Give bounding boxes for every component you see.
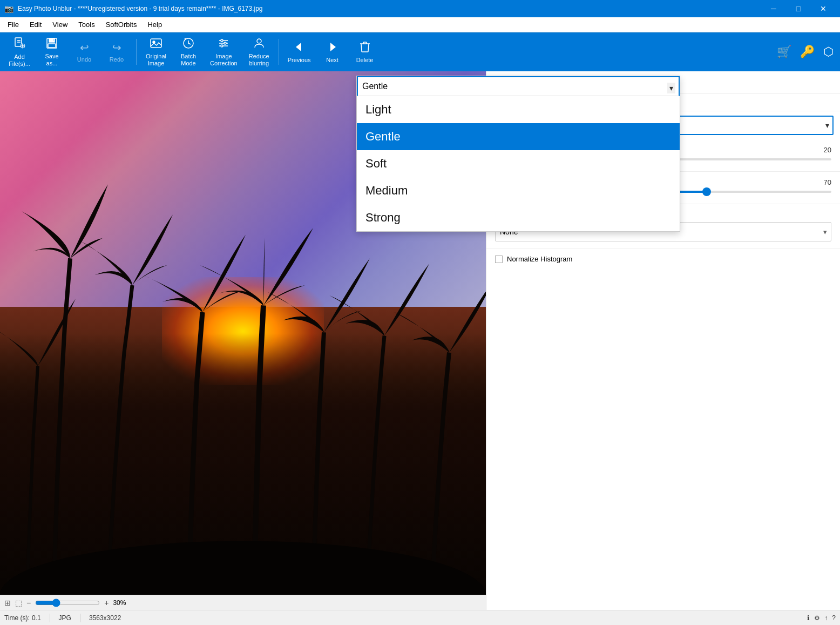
dropdown-popup-header: ▾: [357, 76, 680, 96]
delete-button[interactable]: Delete: [350, 35, 380, 69]
svg-point-18: [221, 45, 223, 47]
cart-icon[interactable]: 🛒: [775, 43, 794, 61]
app-icon: 📷: [4, 4, 13, 13]
format-value: JPG: [59, 614, 71, 622]
svg-point-19: [257, 39, 261, 43]
zoom-plus-icon[interactable]: +: [104, 599, 109, 607]
add-icon: [13, 36, 26, 51]
close-button[interactable]: ✕: [811, 0, 836, 17]
status-divider-1: [50, 614, 50, 622]
zoom-fit-icon[interactable]: ⊞: [4, 599, 11, 607]
status-info-icon[interactable]: ℹ: [807, 614, 810, 622]
normalize-histogram-checkbox[interactable]: [495, 256, 503, 263]
preprocessing-value: 20: [824, 146, 831, 154]
status-help-icon[interactable]: ?: [832, 614, 836, 622]
undo-icon: ↩: [80, 41, 89, 54]
next-button[interactable]: Next: [317, 35, 348, 69]
toolbar-divider-2: [279, 39, 279, 65]
menu-file[interactable]: File: [2, 18, 24, 31]
previous-label: Previous: [288, 57, 311, 63]
delete-label: Delete: [356, 57, 374, 63]
delete-icon: [358, 41, 371, 55]
zoom-slider-container: [35, 599, 100, 607]
add-file-button[interactable]: Add File(s)...: [4, 35, 35, 69]
dropdown-item-soft[interactable]: Soft: [357, 150, 680, 177]
image-correction-icon: [217, 37, 230, 51]
dropdown-search-input[interactable]: [357, 76, 680, 96]
search-key-icon[interactable]: 🔑: [798, 43, 817, 61]
window-title: Easy Photo Unblur - ****Unregistered ver…: [18, 5, 263, 12]
zoom-slider[interactable]: [35, 599, 100, 607]
toolbar-divider-1: [136, 39, 137, 65]
save-as-label: Save as...: [45, 53, 58, 67]
menu-tools[interactable]: Tools: [73, 18, 100, 31]
status-settings-icon[interactable]: ⚙: [814, 614, 820, 622]
time-value: 0.1: [32, 614, 41, 622]
dropdown-list: Light Gentle Soft Medium Strong: [357, 96, 680, 231]
svg-point-17: [224, 42, 226, 44]
menu-softorbits[interactable]: SoftOrbits: [100, 18, 143, 31]
dropdown-item-light[interactable]: Light: [357, 96, 680, 123]
redo-button[interactable]: ↪ Redo: [101, 35, 132, 69]
zoom-minus-icon[interactable]: −: [26, 599, 31, 607]
zoom-level-label: 30%: [113, 599, 126, 607]
post-processing-light-slider-thumb[interactable]: [702, 187, 711, 196]
menu-help[interactable]: Help: [142, 18, 167, 31]
dropdown-item-medium[interactable]: Medium: [357, 177, 680, 204]
previous-button[interactable]: Previous: [283, 35, 315, 69]
title-bar-controls: ─ □ ✕: [761, 0, 836, 17]
normalize-histogram-row: Normalize Histogram: [486, 248, 840, 270]
next-label: Next: [326, 57, 338, 63]
app-window: 📷 Easy Photo Unblur - ****Unregistered v…: [0, 0, 840, 625]
add-button-label: Add File(s)...: [9, 53, 30, 68]
undo-label: Undo: [77, 56, 91, 63]
status-share-icon[interactable]: ↑: [824, 614, 828, 622]
dropdown-item-strong[interactable]: Strong: [357, 204, 680, 231]
maximize-button[interactable]: □: [786, 0, 811, 17]
reduce-blurring-icon: [253, 37, 266, 51]
dimensions-value: 3563x3022: [89, 614, 121, 622]
title-bar-left: 📷 Easy Photo Unblur - ****Unregistered v…: [4, 4, 263, 13]
dropdown-search-arrow-icon: ▾: [667, 83, 675, 93]
svg-rect-8: [48, 44, 56, 48]
image-correction-button[interactable]: Image Correction: [206, 35, 242, 69]
original-image-label: Original Image: [146, 53, 166, 67]
zoom-bar: ⊞ ⬚ − + 30%: [0, 595, 486, 610]
image-correction-label: Image Correction: [210, 53, 238, 67]
time-label: Time (s):: [4, 614, 30, 622]
zoom-frame-icon[interactable]: ⬚: [15, 599, 22, 607]
dropdown-popup: ▾ Light Gentle Soft Medium Strong: [356, 76, 680, 232]
status-format-section: JPG: [59, 614, 71, 622]
svg-marker-20: [296, 43, 301, 51]
cube-icon[interactable]: ⬡: [821, 43, 836, 61]
menu-bar: File Edit View Tools SoftOrbits Help: [0, 17, 840, 32]
title-bar: 📷 Easy Photo Unblur - ****Unregistered v…: [0, 0, 840, 17]
reduce-blurring-button[interactable]: Reduce blurring: [244, 35, 274, 69]
previous-icon: [293, 41, 306, 55]
batch-mode-button[interactable]: Batch Mode: [173, 35, 204, 69]
post-processing-light-value: 70: [824, 178, 831, 186]
redo-icon: ↪: [112, 41, 121, 54]
normalize-histogram-label: Normalize Histogram: [507, 255, 572, 263]
reduce-blurring-label: Reduce blurring: [249, 53, 269, 67]
undo-button[interactable]: ↩ Undo: [69, 35, 99, 69]
save-icon: [45, 37, 58, 51]
menu-edit[interactable]: Edit: [24, 18, 47, 31]
minimize-button[interactable]: ─: [761, 0, 786, 17]
menu-view[interactable]: View: [47, 18, 73, 31]
status-divider-2: [80, 614, 80, 622]
original-icon: [150, 37, 162, 51]
status-bar: Time (s): 0.1 JPG 3563x3022 ℹ ⚙ ↑ ?: [0, 610, 840, 625]
dropdown-item-gentle[interactable]: Gentle: [357, 123, 680, 150]
redo-label: Redo: [110, 56, 124, 63]
toolbar-right: 🛒 🔑 ⬡: [775, 43, 836, 61]
status-time-section: Time (s): 0.1: [4, 614, 41, 622]
save-as-button[interactable]: Save as...: [37, 35, 67, 69]
batch-mode-label: Batch Mode: [181, 53, 196, 67]
svg-point-22: [0, 541, 486, 595]
svg-rect-9: [53, 39, 54, 41]
toolbar: Add File(s)... Save as... ↩ Undo ↪ Redo: [0, 32, 840, 71]
status-dimensions-section: 3563x3022: [89, 614, 121, 622]
original-image-button[interactable]: Original Image: [141, 35, 171, 69]
next-icon: [326, 41, 339, 55]
